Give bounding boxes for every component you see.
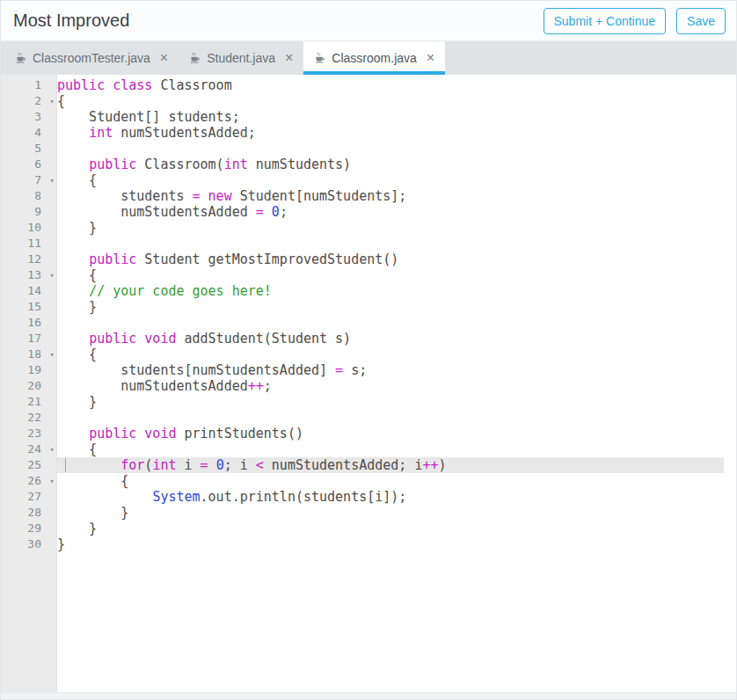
tab-classroomtester-java[interactable]: ClassroomTester.java×: [4, 41, 179, 75]
code-line[interactable]: 13▾ {: [1, 267, 736, 283]
code-line-text[interactable]: {: [57, 473, 724, 489]
code-line[interactable]: 2▾{: [1, 93, 736, 109]
code-line[interactable]: 18▾ {: [1, 346, 736, 362]
line-number: 15: [1, 299, 57, 315]
line-number: 24▾: [1, 441, 57, 457]
code-line[interactable]: 16: [1, 315, 736, 331]
code-line-text[interactable]: students = new Student[numStudents];: [57, 188, 724, 204]
code-line-text[interactable]: [57, 315, 724, 331]
code-line-text[interactable]: public Student getMostImprovedStudent(): [57, 252, 724, 267]
code-line-text[interactable]: {: [57, 346, 724, 362]
code-line-text[interactable]: {: [57, 93, 724, 109]
fold-toggle-icon[interactable]: ▾: [50, 267, 55, 283]
java-file-icon: [189, 52, 201, 64]
tab-student-java[interactable]: Student.java×: [179, 41, 303, 75]
submit-continue-button[interactable]: Submit + Continue: [544, 8, 667, 34]
line-number: 28: [1, 505, 57, 521]
code-line[interactable]: 4 int numStudentsAdded;: [1, 125, 736, 141]
code-line[interactable]: 25 for(int i = 0; i < numStudentsAdded; …: [1, 457, 736, 473]
code-line-text[interactable]: // your code goes here!: [57, 283, 724, 299]
code-line[interactable]: 7▾ {: [1, 172, 736, 188]
code-line[interactable]: 8 students = new Student[numStudents];: [1, 188, 736, 204]
code-line[interactable]: 5: [1, 141, 736, 157]
line-number: 27: [1, 489, 57, 505]
code-line-text[interactable]: int numStudentsAdded;: [57, 125, 724, 141]
code-line-text[interactable]: Student[] students;: [57, 109, 724, 125]
code-line[interactable]: 27 System.out.println(students[i]);: [1, 489, 736, 505]
line-number: 16: [1, 315, 57, 331]
code-line[interactable]: 21 }: [1, 394, 736, 410]
code-line-text[interactable]: public void printStudents(): [57, 426, 724, 441]
tab-classroom-java[interactable]: Classroom.java×: [303, 41, 445, 75]
code-line[interactable]: 22: [1, 410, 736, 426]
line-number: 18▾: [1, 346, 57, 362]
line-number: 2▾: [1, 93, 57, 109]
line-number: 10: [1, 220, 57, 236]
code-line-text[interactable]: [57, 236, 724, 252]
code-line[interactable]: 3 Student[] students;: [1, 109, 736, 125]
code-line-text[interactable]: [57, 410, 724, 426]
fold-toggle-icon[interactable]: ▾: [50, 441, 55, 457]
code-line-text[interactable]: students[numStudentsAdded] = s;: [57, 362, 724, 378]
code-line[interactable]: 15 }: [1, 299, 736, 315]
tab-close-icon[interactable]: ×: [285, 51, 293, 65]
code-line[interactable]: 11: [1, 236, 736, 252]
code-line-text[interactable]: [57, 141, 724, 157]
code-line[interactable]: 30}: [1, 536, 736, 552]
code-line-text[interactable]: {: [57, 441, 724, 457]
code-line-text[interactable]: numStudentsAdded = 0;: [57, 204, 724, 220]
code-line[interactable]: 9 numStudentsAdded = 0;: [1, 204, 736, 220]
fold-toggle-icon[interactable]: ▾: [50, 473, 55, 489]
code-line-text[interactable]: public void addStudent(Student s): [57, 331, 724, 346]
code-line[interactable]: 26▾ {: [1, 473, 736, 489]
fold-toggle-icon[interactable]: ▾: [50, 172, 55, 188]
code-line[interactable]: 19 students[numStudentsAdded] = s;: [1, 362, 736, 378]
code-editor[interactable]: 1public class Classroom2▾{3 Student[] st…: [1, 75, 736, 692]
tab-close-icon[interactable]: ×: [427, 51, 434, 65]
code-line[interactable]: 29 }: [1, 521, 736, 536]
line-number: 12: [1, 252, 57, 267]
code-line-text[interactable]: }: [57, 220, 724, 236]
code-line-text[interactable]: System.out.println(students[i]);: [57, 489, 724, 505]
code-line-text[interactable]: }: [57, 536, 724, 552]
code-line-text[interactable]: }: [57, 299, 724, 315]
code-line[interactable]: 17 public void addStudent(Student s): [1, 331, 736, 346]
code-line-text[interactable]: public Classroom(int numStudents): [57, 157, 724, 172]
save-button[interactable]: Save: [676, 8, 726, 34]
line-number: 4: [1, 125, 57, 141]
line-number: 30: [1, 536, 57, 552]
code-line[interactable]: 20 numStudentsAdded++;: [1, 378, 736, 394]
page-title: Most Improved: [13, 11, 533, 31]
tab-close-icon[interactable]: ×: [160, 51, 168, 65]
code-lines: 1public class Classroom2▾{3 Student[] st…: [1, 75, 736, 552]
code-line-text[interactable]: }: [57, 521, 724, 536]
code-line-text[interactable]: numStudentsAdded++;: [57, 378, 724, 394]
code-line-text[interactable]: }: [57, 394, 724, 410]
code-line-text[interactable]: public class Classroom: [57, 77, 724, 93]
line-number: 21: [1, 394, 57, 410]
code-line[interactable]: 10 }: [1, 220, 736, 236]
code-line[interactable]: 14 // your code goes here!: [1, 283, 736, 299]
line-number: 14: [1, 283, 57, 299]
code-line-text[interactable]: }: [57, 505, 724, 521]
code-line[interactable]: 1public class Classroom: [1, 77, 736, 93]
line-number: 9: [1, 204, 57, 220]
code-line-text[interactable]: {: [57, 172, 724, 188]
text-cursor: [65, 458, 66, 472]
line-number: 20: [1, 378, 57, 394]
code-line[interactable]: 24▾ {: [1, 441, 736, 457]
line-number: 6: [1, 157, 57, 172]
code-line[interactable]: 28 }: [1, 505, 736, 521]
code-line[interactable]: 6 public Classroom(int numStudents): [1, 157, 736, 172]
line-number: 25: [1, 457, 57, 473]
tab-label: Student.java: [207, 52, 275, 64]
line-number: 13▾: [1, 267, 57, 283]
code-line-text[interactable]: {: [57, 267, 724, 283]
code-line[interactable]: 23 public void printStudents(): [1, 426, 736, 441]
fold-toggle-icon[interactable]: ▾: [50, 346, 55, 362]
code-line-text[interactable]: for(int i = 0; i < numStudentsAdded; i++…: [57, 457, 724, 473]
line-number: 7▾: [1, 172, 57, 188]
fold-toggle-icon[interactable]: ▾: [50, 93, 55, 109]
app: Most Improved Submit + Continue Save Cla…: [0, 0, 737, 700]
code-line[interactable]: 12 public Student getMostImprovedStudent…: [1, 252, 736, 267]
